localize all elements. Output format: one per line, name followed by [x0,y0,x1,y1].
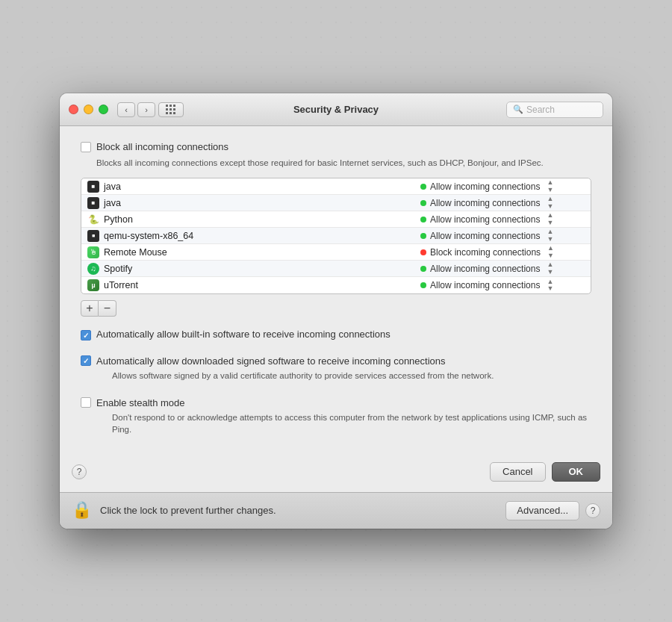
status-text: Allow incoming connections [430,280,540,290]
status-dot-red [420,249,426,255]
forward-button[interactable]: › [137,102,155,117]
app-name: uTorrent [104,280,420,290]
connection-status: Allow incoming connections ▲▼ [420,279,585,293]
auto-builtin-checkbox[interactable] [81,330,91,340]
table-row[interactable]: ♫ Spotify Allow incoming connections ▲▼ [81,261,591,277]
table-row[interactable]: 🖱 Remote Mouse Block incoming connection… [81,244,591,261]
stealth-mode-content: Enable stealth mode Don't respond to or … [96,396,591,435]
maximize-button[interactable] [99,105,108,114]
app-name: Python [104,214,420,225]
stealth-mode-checkbox[interactable] [81,397,91,408]
app-name: java [104,181,420,192]
auto-signed-label: Automatically allow downloaded signed so… [96,355,446,367]
app-icon-qemu: ■ [87,230,99,242]
stealth-mode-row: Enable stealth mode Don't respond to or … [81,396,591,435]
status-text: Block incoming connections [430,247,541,258]
status-dot-green [420,282,426,288]
lock-text: Click the lock to prevent further change… [100,505,505,516]
cancel-button[interactable]: Cancel [490,462,545,482]
stepper-icon[interactable]: ▲▼ [547,279,553,293]
app-icon-python: 🐍 [87,214,99,226]
status-text: Allow incoming connections [430,198,540,208]
block-all-row: Block all incoming connections [81,141,591,152]
connection-status: Allow incoming connections ▲▼ [420,228,585,243]
traffic-lights [69,105,108,114]
nav-buttons: ‹ › [117,102,155,117]
connection-status: Allow incoming connections ▲▼ [420,261,585,276]
ok-button[interactable]: OK [552,462,601,482]
app-icon-java2: ■ [87,197,99,209]
app-icon-remote-mouse: 🖱 [87,246,99,258]
footer-bar: 🔒 Click the lock to prevent further chan… [60,492,612,529]
table-row[interactable]: 🐍 Python Allow incoming connections ▲▼ [81,211,591,228]
apps-table: ■ java Allow incoming connections ▲▼ ■ j… [81,178,591,294]
stepper-icon[interactable]: ▲▼ [547,212,553,227]
auto-signed-content: Automatically allow downloaded signed so… [96,354,494,382]
auto-signed-row: Automatically allow downloaded signed so… [81,354,591,382]
app-icon-spotify: ♫ [87,263,99,275]
table-buttons: + − [81,300,591,317]
status-text: Allow incoming connections [430,181,540,192]
help-button[interactable]: ? [72,464,87,479]
grid-button[interactable] [158,102,184,117]
stepper-icon[interactable]: ▲▼ [547,228,553,243]
search-icon: 🔍 [513,105,523,114]
window-title: Security & Privacy [293,104,379,115]
stepper-icon[interactable]: ▲▼ [547,179,553,194]
table-row[interactable]: ■ java Allow incoming connections ▲▼ [81,178,591,195]
status-text: Allow incoming connections [430,231,540,241]
connection-status: Allow incoming connections ▲▼ [420,196,585,211]
search-bar[interactable]: 🔍 Search [506,102,603,118]
auto-builtin-label: Automatically allow built-in software to… [96,329,391,340]
app-name: Remote Mouse [104,247,420,258]
table-row[interactable]: ■ java Allow incoming connections ▲▼ [81,195,591,211]
table-row[interactable]: ■ qemu-system-x86_64 Allow incoming conn… [81,228,591,244]
app-icon-java1: ■ [87,181,99,193]
main-content: Block all incoming connections Blocks al… [60,126,612,454]
app-name: java [104,198,420,208]
stepper-icon[interactable]: ▲▼ [547,245,554,260]
titlebar: ‹ › Security & Privacy 🔍 Search [60,93,612,126]
stealth-mode-description: Don't respond to or acknowledge attempts… [112,411,591,435]
status-text: Allow incoming connections [430,264,540,274]
status-dot-green [420,233,426,239]
grid-icon [166,105,176,115]
app-name: Spotify [104,264,420,274]
auto-signed-description: Allows software signed by a valid certif… [112,370,494,382]
main-window: ‹ › Security & Privacy 🔍 Search Block al… [60,93,612,528]
stealth-mode-label: Enable stealth mode [96,397,185,408]
add-app-button[interactable]: + [81,300,99,317]
close-button[interactable] [69,105,78,114]
footer-help-button[interactable]: ? [585,503,600,518]
back-button[interactable]: ‹ [117,102,135,117]
bottom-bar: ? Cancel OK [60,455,612,492]
block-all-description: Blocks all incoming connections except t… [96,157,591,169]
minimize-button[interactable] [84,105,93,114]
search-placeholder: Search [526,105,555,115]
remove-app-button[interactable]: − [99,300,116,317]
auto-signed-checkbox[interactable] [81,355,91,366]
app-name: qemu-system-x86_64 [104,231,420,241]
status-dot-green [420,217,426,223]
status-dot-green [420,200,426,206]
status-text: Allow incoming connections [430,214,540,225]
advanced-button[interactable]: Advanced... [505,501,579,520]
stepper-icon[interactable]: ▲▼ [547,196,553,211]
lock-icon: 🔒 [72,500,93,521]
stepper-icon[interactable]: ▲▼ [547,261,553,276]
status-dot-green [420,184,426,190]
block-all-label: Block all incoming connections [96,141,228,152]
block-all-checkbox[interactable] [81,142,91,152]
connection-status: Allow incoming connections ▲▼ [420,179,585,194]
connection-status: Allow incoming connections ▲▼ [420,212,585,227]
status-dot-green [420,266,426,272]
auto-builtin-row: Automatically allow built-in software to… [81,329,591,340]
table-row[interactable]: µ uTorrent Allow incoming connections ▲▼ [81,277,591,293]
connection-status: Block incoming connections ▲▼ [420,245,585,260]
app-icon-utorrent: µ [87,279,99,291]
